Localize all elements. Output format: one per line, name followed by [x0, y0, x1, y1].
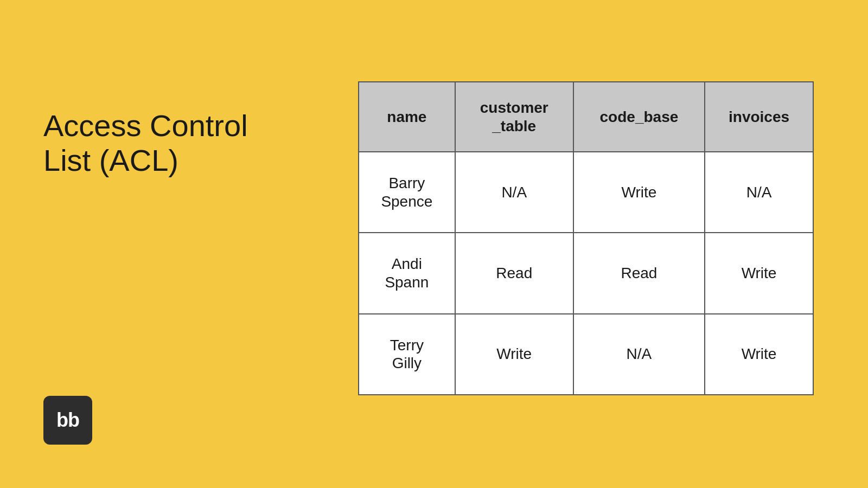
cell-code_base-0: Write: [573, 152, 705, 233]
col-header-invoices: invoices: [705, 82, 813, 152]
cell-customer_table-0: N/A: [455, 152, 573, 233]
cell-invoices-2: Write: [705, 314, 813, 395]
cell-code_base-1: Read: [573, 233, 705, 313]
col-header-name: name: [359, 82, 455, 152]
cell-name-0: BarrySpence: [359, 152, 455, 233]
table-row: BarrySpenceN/AWriteN/A: [359, 152, 813, 233]
table-row: TerryGillyWriteN/AWrite: [359, 314, 813, 395]
logo-text: bb: [56, 409, 79, 432]
page-title: Access Control List (ACL): [43, 108, 248, 178]
table-row: AndiSpannReadReadWrite: [359, 233, 813, 313]
col-header-code-base: code_base: [573, 82, 705, 152]
cell-name-2: TerryGilly: [359, 314, 455, 395]
cell-invoices-0: N/A: [705, 152, 813, 233]
acl-table: name customer_table code_base invoices B…: [358, 81, 814, 395]
table-header-row: name customer_table code_base invoices: [359, 82, 813, 152]
cell-code_base-2: N/A: [573, 314, 705, 395]
cell-customer_table-1: Read: [455, 233, 573, 313]
acl-table-container: name customer_table code_base invoices B…: [358, 81, 814, 395]
logo: bb: [43, 396, 92, 445]
col-header-customer-table: customer_table: [455, 82, 573, 152]
cell-invoices-1: Write: [705, 233, 813, 313]
cell-name-1: AndiSpann: [359, 233, 455, 313]
cell-customer_table-2: Write: [455, 314, 573, 395]
